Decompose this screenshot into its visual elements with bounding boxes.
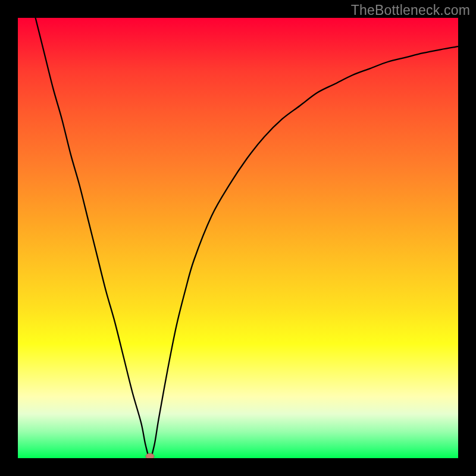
chart-frame: TheBottleneck.com — [0, 0, 476, 476]
plot-area — [18, 18, 458, 458]
bottleneck-curve-path — [36, 18, 458, 458]
watermark-text: TheBottleneck.com — [351, 2, 470, 18]
bottleneck-curve-svg — [18, 18, 458, 458]
minimum-marker — [146, 453, 154, 458]
